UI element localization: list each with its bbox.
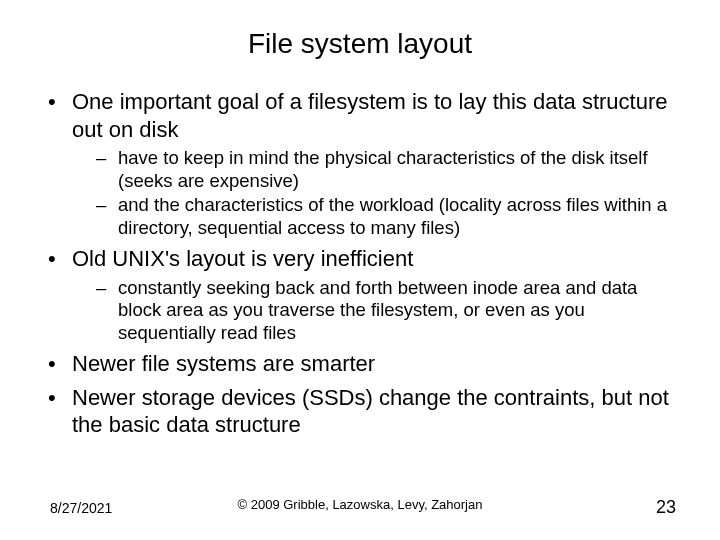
bullet-item: Old UNIX's layout is very inefficient co… bbox=[36, 245, 684, 344]
bullet-text: Old UNIX's layout is very inefficient bbox=[72, 246, 413, 271]
bullet-text: Newer file systems are smarter bbox=[72, 351, 375, 376]
sub-bullet-item: have to keep in mind the physical charac… bbox=[72, 147, 684, 192]
sub-bullet-text: constantly seeking back and forth betwee… bbox=[118, 277, 637, 343]
footer-page-number: 23 bbox=[656, 497, 676, 518]
bullet-item: Newer file systems are smarter bbox=[36, 350, 684, 378]
sub-bullet-text: and the characteristics of the workload … bbox=[118, 194, 667, 238]
slide: File system layout One important goal of… bbox=[0, 0, 720, 540]
bullet-list: One important goal of a filesystem is to… bbox=[36, 88, 684, 439]
bullet-text: One important goal of a filesystem is to… bbox=[72, 89, 668, 142]
footer-copyright: © 2009 Gribble, Lazowska, Levy, Zahorjan bbox=[238, 497, 483, 512]
bullet-item: Newer storage devices (SSDs) change the … bbox=[36, 384, 684, 439]
footer-date: 8/27/2021 bbox=[50, 500, 112, 516]
sub-bullet-text: have to keep in mind the physical charac… bbox=[118, 147, 648, 191]
sub-bullet-item: constantly seeking back and forth betwee… bbox=[72, 277, 684, 345]
sub-bullet-list: constantly seeking back and forth betwee… bbox=[72, 277, 684, 345]
bullet-text: Newer storage devices (SSDs) change the … bbox=[72, 385, 669, 438]
sub-bullet-list: have to keep in mind the physical charac… bbox=[72, 147, 684, 239]
sub-bullet-item: and the characteristics of the workload … bbox=[72, 194, 684, 239]
slide-footer: 8/27/2021 © 2009 Gribble, Lazowska, Levy… bbox=[0, 497, 720, 518]
slide-title: File system layout bbox=[36, 28, 684, 60]
bullet-item: One important goal of a filesystem is to… bbox=[36, 88, 684, 239]
